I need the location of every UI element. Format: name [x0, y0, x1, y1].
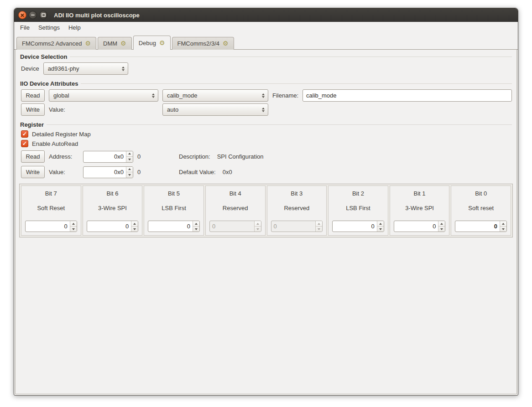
attr-read-button[interactable]: Read — [21, 89, 45, 102]
tab-fmcomms234[interactable]: FMComms2/3/4 — [172, 37, 234, 50]
entry-value: calib_mode — [306, 92, 337, 99]
filename-label: Filename: — [272, 92, 298, 99]
bit-1-spinbutton[interactable]: 0 — [394, 221, 446, 232]
titlebar[interactable]: ADI IIO multi plot oscilloscope — [14, 8, 518, 22]
bit-2-spinbutton[interactable]: 0 — [332, 221, 384, 232]
close-button[interactable] — [18, 11, 26, 19]
attr-write-button[interactable]: Write — [21, 103, 45, 116]
spin-arrows-icon — [315, 221, 322, 232]
minimize-icon — [31, 15, 35, 15]
menubar: File Settings Help — [14, 22, 518, 33]
device-combobox[interactable]: ad9361-phy — [43, 62, 128, 75]
bit-label: Bit 2 — [332, 190, 384, 197]
maximize-button[interactable] — [39, 11, 47, 19]
bit-3-spinbutton: 0 — [271, 221, 323, 232]
default-value-label: Default Value: — [179, 169, 216, 175]
device-selection-frame: Device Selection Device ad9361-phy — [20, 53, 512, 75]
register-read-button[interactable]: Read — [21, 150, 45, 163]
bit-label: Bit 5 — [148, 190, 200, 197]
combo-arrows-icon — [152, 93, 155, 98]
bit-label: Bit 3 — [271, 190, 323, 197]
bit-name: LSB First — [148, 205, 200, 211]
address-spinbutton[interactable]: 0x0 — [83, 151, 133, 163]
address-decimal: 0 — [137, 153, 146, 160]
close-icon — [21, 13, 25, 17]
menu-settings[interactable]: Settings — [37, 23, 61, 32]
description-value: SPI Configuration — [217, 153, 264, 160]
spin-value: 0x0 — [83, 167, 126, 178]
spin-arrows-icon[interactable] — [377, 221, 384, 232]
bit-cell-0: Bit 0 Soft reset 0 — [451, 185, 511, 236]
menu-help[interactable]: Help — [68, 23, 82, 32]
spin-arrows-icon[interactable] — [438, 221, 445, 232]
tab-label: FMComms2 Advanced — [22, 40, 82, 47]
plugin-gear-icon — [159, 40, 165, 46]
detailed-register-map-checkbox[interactable] — [21, 130, 28, 138]
minimize-button[interactable] — [29, 11, 37, 19]
register-value-decimal: 0 — [137, 169, 146, 175]
bit-label: Bit 0 — [455, 190, 507, 197]
combo-value: auto — [167, 106, 178, 113]
spin-arrows-icon[interactable] — [193, 221, 199, 232]
bit-name: Soft Reset — [25, 205, 77, 211]
tab-fmcomms2-advanced[interactable]: FMComms2 Advanced — [16, 37, 96, 50]
bit-name: 3-Wire SPI — [394, 205, 446, 211]
maximize-icon — [42, 13, 46, 17]
bit-5-spinbutton[interactable]: 0 — [148, 221, 200, 232]
bit-label: Bit 4 — [209, 190, 261, 197]
register-value-spinbutton[interactable]: 0x0 — [83, 166, 133, 178]
bit-cell-4: Bit 4 Reserved 0 — [205, 185, 266, 236]
bit-cell-5: Bit 5 LSB First 0 — [144, 185, 204, 236]
spin-value: 0 — [455, 221, 500, 232]
description-label: Description: — [179, 153, 210, 160]
spin-value: 0 — [394, 221, 438, 232]
bit-cell-7: Bit 7 Soft Reset 0 — [21, 185, 81, 236]
spin-arrows-icon[interactable] — [70, 221, 77, 232]
default-value: 0x0 — [223, 169, 232, 175]
attr-value-combobox[interactable]: auto — [162, 103, 268, 116]
spin-value: 0 — [333, 221, 377, 232]
tab-dmm[interactable]: DMM — [98, 37, 132, 50]
plugin-gear-icon — [120, 40, 126, 47]
tab-label: DMM — [103, 40, 117, 47]
spin-arrows-icon[interactable] — [131, 221, 138, 232]
app-window: ADI IIO multi plot oscilloscope File Set… — [14, 8, 518, 396]
bit-0-spinbutton[interactable]: 0 — [455, 221, 507, 232]
menu-file[interactable]: File — [19, 23, 31, 32]
bit-7-spinbutton[interactable]: 0 — [25, 221, 77, 232]
attr-value-label: Value: — [49, 106, 158, 113]
register-write-button[interactable]: Write — [21, 166, 45, 178]
bit-name: Reserved — [271, 205, 323, 211]
combo-value: global — [53, 92, 69, 99]
frame-rule — [81, 83, 512, 84]
attr-name-combobox[interactable]: calib_mode — [162, 89, 268, 102]
spin-arrows-icon[interactable] — [126, 151, 133, 162]
tab-debug[interactable]: Debug — [133, 36, 171, 50]
iio-device-attributes-frame: IIO Device Attributes Read global calib_… — [20, 80, 512, 116]
spin-value: 0 — [210, 221, 254, 232]
register-value-label: Value: — [49, 169, 79, 175]
enable-autoread-checkbox[interactable] — [21, 140, 28, 147]
bit-label: Bit 6 — [87, 190, 139, 197]
window-title: ADI IIO multi plot oscilloscope — [54, 12, 140, 19]
combo-arrows-icon — [262, 93, 265, 98]
bit-cell-2: Bit 2 LSB First 0 — [328, 185, 388, 236]
filename-input[interactable]: calib_mode — [303, 89, 512, 102]
attr-group-combobox[interactable]: global — [49, 89, 158, 102]
frame-title: Register — [20, 121, 44, 128]
frame-title: IIO Device Attributes — [20, 80, 78, 87]
bit-cell-1: Bit 1 3-Wire SPI 0 — [390, 185, 450, 236]
combo-value: ad9361-phy — [48, 65, 79, 72]
combo-value: calib_mode — [167, 92, 198, 99]
combo-arrows-icon — [262, 108, 265, 112]
spin-arrows-icon[interactable] — [500, 221, 506, 232]
spin-value: 0 — [26, 221, 70, 232]
address-label: Address: — [49, 153, 79, 160]
spin-arrows-icon — [254, 221, 261, 232]
bit-6-spinbutton[interactable]: 0 — [87, 221, 139, 232]
bit-4-spinbutton: 0 — [209, 221, 261, 232]
bit-cell-3: Bit 3 Reserved 0 — [267, 185, 327, 236]
spin-arrows-icon[interactable] — [126, 167, 133, 178]
debug-tab-content: Device Selection Device ad9361-phy IIO D… — [15, 50, 517, 394]
register-frame: Register Detailed Register Map Enable Au… — [20, 121, 512, 178]
